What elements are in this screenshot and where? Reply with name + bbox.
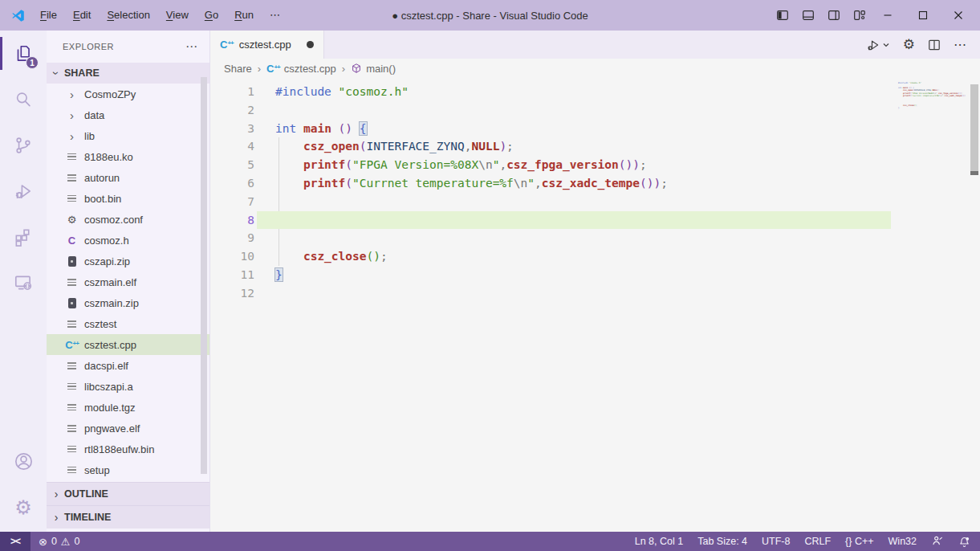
line-number-1[interactable]: 1 — [210, 83, 254, 101]
line-number-11[interactable]: 11 — [210, 266, 254, 284]
toggle-sidebar-icon[interactable] — [776, 9, 789, 22]
code-line-2[interactable] — [257, 101, 891, 120]
editor-settings-gear-icon[interactable]: ⚙ — [903, 38, 915, 51]
breadcrumb-item-csztest-cpp[interactable]: C++csztest.cpp — [266, 63, 336, 75]
activitybar-explorer[interactable]: 1 — [0, 31, 47, 76]
code-line-12[interactable] — [257, 284, 891, 303]
file-row-cszmain-elf[interactable]: cszmain.elf — [47, 271, 209, 292]
line-number-10[interactable]: 10 — [210, 247, 254, 266]
modified-dot-icon[interactable] — [307, 41, 314, 48]
status-item-utf-8[interactable]: UTF-8 — [762, 536, 790, 547]
feedback-icon[interactable] — [931, 534, 944, 549]
sidebar-more-actions[interactable]: ⋯ — [185, 39, 198, 54]
menu-selection[interactable]: Selection — [99, 5, 157, 26]
status-item-win32[interactable]: Win32 — [889, 536, 917, 547]
menu-more[interactable]: ⋯ — [262, 5, 288, 26]
tab-csztest-cpp[interactable]: C++ csztest.cpp — [210, 31, 324, 59]
menu-go[interactable]: Go — [197, 5, 226, 26]
activitybar-source-control[interactable] — [0, 122, 47, 168]
code-line-5[interactable]: printf("FPGA Version=%08X\n",csz_fpga_ve… — [257, 156, 891, 174]
code-line-6[interactable]: printf("Currnet temperature=%f\n",csz_xa… — [257, 174, 891, 193]
remote-indicator[interactable]: >< — [0, 532, 30, 551]
code-lines[interactable]: #include "cosmoz.h"int main () { csz_ope… — [257, 83, 891, 303]
file-row-boot-bin[interactable]: boot.bin — [47, 188, 209, 209]
code-line-4[interactable]: csz_open(INTERFACE_ZYNQ,NULL); — [257, 137, 891, 156]
activitybar-run-debug[interactable] — [0, 168, 47, 214]
bell-dot-icon[interactable] — [958, 536, 970, 548]
menu-view[interactable]: View — [158, 5, 197, 26]
section-header-outline[interactable]: › OUTLINE — [47, 482, 209, 505]
file-row-8188eu-ko[interactable]: 8188eu.ko — [47, 146, 209, 167]
code-token: printf — [903, 94, 910, 96]
line-number-8[interactable]: 8 — [210, 211, 254, 230]
line-number-7[interactable]: 7 — [210, 193, 254, 211]
file-row-cosmozpy[interactable]: ›CosmoZPy — [47, 84, 209, 104]
file-row-rtl8188eufw-bin[interactable]: rtl8188eufw.bin — [47, 439, 209, 459]
more-actions-icon[interactable]: ⋯ — [954, 37, 967, 52]
code-line-10[interactable]: csz_close(); — [257, 247, 891, 266]
minimize-button[interactable] — [882, 10, 893, 21]
file-row-data[interactable]: ›data — [47, 104, 209, 125]
line-number-2[interactable]: 2 — [210, 101, 254, 120]
file-row-module-tgz[interactable]: module.tgz — [47, 397, 209, 418]
file-row-lib[interactable]: ›lib — [47, 125, 209, 146]
breadcrumb-item-main-[interactable]: main() — [351, 63, 396, 75]
line-number-5[interactable]: 5 — [210, 156, 254, 174]
activitybar-extensions[interactable] — [0, 214, 47, 259]
file-row-pngwave-elf[interactable]: pngwave.elf — [47, 418, 209, 439]
title-bar: FileEditSelectionViewGoRun⋯ ● csztest.cp… — [0, 0, 980, 31]
menu-run[interactable]: Run — [226, 5, 262, 26]
breadcrumb-item-share[interactable]: Share — [224, 63, 252, 75]
file-row-cszmain-zip[interactable]: cszmain.zip — [47, 292, 209, 313]
file-row-dacspi-elf[interactable]: dacspi.elf — [47, 355, 209, 376]
line-number-6[interactable]: 6 — [210, 174, 254, 193]
code-line-11[interactable]: } — [257, 266, 891, 284]
line-number-12[interactable]: 12 — [210, 284, 254, 303]
menu-file[interactable]: File — [32, 5, 65, 26]
scrollbar-thumb[interactable] — [970, 84, 978, 171]
activitybar-remote-explorer[interactable] — [0, 259, 47, 305]
line-number-4[interactable]: 4 — [210, 137, 254, 156]
file-row-setup[interactable]: setup — [47, 459, 209, 480]
status-item-crlf[interactable]: CRLF — [804, 536, 831, 547]
code-line-3[interactable]: int main () { — [257, 120, 891, 138]
file-row-cszapi-zip[interactable]: cszapi.zip — [47, 251, 209, 271]
maximize-button[interactable] — [917, 10, 929, 21]
toggle-secondary-sidebar-icon[interactable] — [828, 9, 840, 22]
customize-layout-icon[interactable] — [853, 9, 866, 22]
menu-edit[interactable]: Edit — [65, 5, 99, 26]
status-item-tab-size-4[interactable]: Tab Size: 4 — [697, 536, 747, 547]
file-row-cosmoz-conf[interactable]: ⚙cosmoz.conf — [47, 209, 209, 230]
file-row-libcszapi-a[interactable]: libcszapi.a — [47, 376, 209, 397]
code-token: "cosmoz.h" — [339, 85, 409, 98]
run-or-debug-button[interactable] — [866, 38, 890, 52]
code-line-7[interactable] — [257, 193, 891, 211]
file-row-cosmoz-h[interactable]: Ccosmoz.h — [47, 230, 209, 251]
code-line-1[interactable]: #include "cosmoz.h" — [257, 83, 891, 101]
section-header-timeline[interactable]: › TIMELINE — [47, 505, 209, 529]
line-number-gutter[interactable]: 123456789101112 — [210, 83, 254, 303]
sidebar-scrollbar[interactable] — [201, 77, 207, 474]
code-line-9[interactable] — [257, 229, 891, 247]
status-item--c-[interactable]: {} C++ — [845, 536, 873, 547]
line-number-9[interactable]: 9 — [210, 229, 254, 247]
vscode-logo-icon[interactable] — [10, 8, 26, 23]
editor-scrollbar[interactable] — [969, 78, 980, 532]
status-item-ln-8-col-1[interactable]: Ln 8, Col 1 — [635, 536, 683, 547]
close-button[interactable] — [953, 10, 964, 21]
line-number-3[interactable]: 3 — [210, 120, 254, 138]
split-editor-icon[interactable] — [928, 39, 941, 51]
activitybar-account[interactable] — [0, 439, 47, 484]
file-row-csztest[interactable]: csztest — [47, 313, 209, 334]
activitybar-settings[interactable]: ⚙ — [0, 484, 47, 530]
minimap[interactable]: #include "cosmoz.h" int main () { csz_op… — [895, 78, 966, 532]
chevron-right-icon: › — [70, 130, 74, 142]
code-token — [331, 85, 339, 98]
toggle-panel-icon[interactable] — [802, 9, 815, 22]
file-row-csztest-cpp[interactable]: C++csztest.cpp — [47, 334, 209, 355]
problems-status[interactable]: ⊗ 0 ⚠ 0 — [39, 536, 79, 547]
code-line-8[interactable] — [257, 211, 891, 230]
section-header-share[interactable]: › SHARE — [47, 63, 209, 84]
file-row-autorun[interactable]: autorun — [47, 167, 209, 188]
activitybar-search[interactable] — [0, 76, 47, 122]
